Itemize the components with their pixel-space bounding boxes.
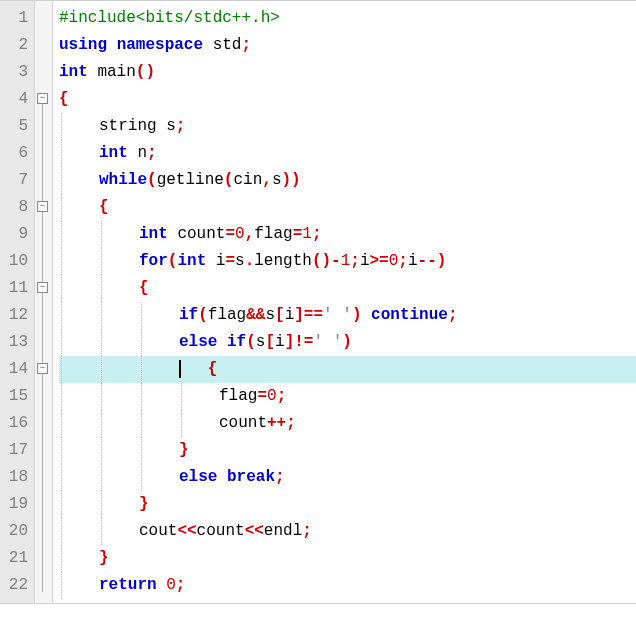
code-token: [ <box>265 333 275 351</box>
code-token: break <box>227 468 275 486</box>
code-token: ; <box>275 468 285 486</box>
code-token: 1 <box>341 252 351 270</box>
code-token: 0 <box>235 225 245 243</box>
line-number: 13 <box>4 329 28 356</box>
code-line[interactable]: { <box>59 356 636 383</box>
code-token: ( <box>168 252 178 270</box>
code-token: cin <box>233 171 262 189</box>
code-token: { <box>208 360 218 378</box>
code-token: count <box>168 225 226 243</box>
code-token: #include<bits/stdc++.h> <box>59 9 280 27</box>
code-line[interactable]: if(flag&&s[i]==' ') continue; <box>59 302 636 329</box>
fold-toggle-icon[interactable]: − <box>37 201 48 212</box>
code-line[interactable]: #include<bits/stdc++.h> <box>59 5 636 32</box>
line-number: 18 <box>4 464 28 491</box>
code-token: ; <box>448 306 458 324</box>
code-line[interactable]: else break; <box>59 464 636 491</box>
line-number: 12 <box>4 302 28 329</box>
code-token: std <box>203 36 241 54</box>
code-token: flag <box>254 225 292 243</box>
code-token: ]== <box>294 306 323 324</box>
code-token: && <box>246 306 265 324</box>
code-token: = <box>293 225 303 243</box>
code-token: ; <box>398 252 408 270</box>
code-token: int <box>59 63 88 81</box>
code-token: { <box>139 279 149 297</box>
code-token: i <box>285 306 295 324</box>
code-line[interactable]: string s; <box>59 113 636 140</box>
code-token: else <box>179 333 217 351</box>
code-token: n <box>128 144 147 162</box>
code-token: 0 <box>267 387 277 405</box>
code-token: if <box>179 306 198 324</box>
code-token: for <box>139 252 168 270</box>
code-token: while <box>99 171 147 189</box>
code-token: } <box>139 495 149 513</box>
code-token: if <box>227 333 246 351</box>
code-token: , <box>245 225 255 243</box>
code-token: ; <box>176 117 186 135</box>
code-line[interactable]: { <box>59 86 636 113</box>
code-line[interactable]: for(int i=s.length()-1;i>=0;i--) <box>59 248 636 275</box>
code-line[interactable]: count++; <box>59 410 636 437</box>
code-token: i <box>275 333 285 351</box>
code-line[interactable]: cout<<count<<endl; <box>59 518 636 545</box>
code-token: () <box>136 63 155 81</box>
code-area[interactable]: #include<bits/stdc++.h>using namespace s… <box>53 1 636 603</box>
code-token: } <box>99 549 109 567</box>
fold-toggle-icon[interactable]: − <box>37 363 48 374</box>
code-token: ; <box>277 387 287 405</box>
code-token: endl <box>264 522 302 540</box>
line-number: 1 <box>4 5 28 32</box>
code-line[interactable]: int n; <box>59 140 636 167</box>
code-token: { <box>99 198 109 216</box>
code-line[interactable]: { <box>59 194 636 221</box>
code-editor[interactable]: 12345678910111213141516171819202122 −−−−… <box>0 0 636 604</box>
code-token: i <box>206 252 225 270</box>
code-token: flag <box>219 387 257 405</box>
code-line[interactable]: flag=0; <box>59 383 636 410</box>
fold-toggle-icon[interactable]: − <box>37 93 48 104</box>
code-token: ++; <box>267 414 296 432</box>
code-token: ; <box>147 144 157 162</box>
code-line[interactable]: else if(s[i]!=' ') <box>59 329 636 356</box>
code-token: ; <box>312 225 322 243</box>
line-number: 11 <box>4 275 28 302</box>
code-line[interactable]: int main() <box>59 59 636 86</box>
line-number-gutter: 12345678910111213141516171819202122 <box>0 1 35 603</box>
code-token <box>217 333 227 351</box>
line-number: 6 <box>4 140 28 167</box>
code-token: cout <box>139 522 177 540</box>
line-number: 4 <box>4 86 28 113</box>
code-token: = <box>225 225 235 243</box>
code-token: << <box>177 522 196 540</box>
line-number: 10 <box>4 248 28 275</box>
code-line[interactable]: } <box>59 491 636 518</box>
line-number: 22 <box>4 572 28 599</box>
code-token: 0 <box>389 252 399 270</box>
code-token: 1 <box>302 225 312 243</box>
code-line[interactable]: } <box>59 545 636 572</box>
code-token: getline <box>157 171 224 189</box>
code-token: ; <box>241 36 251 54</box>
code-token: ; <box>302 522 312 540</box>
code-token <box>361 306 371 324</box>
line-number: 14 <box>4 356 28 383</box>
code-token: int <box>177 252 206 270</box>
code-line[interactable]: while(getline(cin,s)) <box>59 167 636 194</box>
code-token: main <box>88 63 136 81</box>
code-line[interactable]: return 0; <box>59 572 636 599</box>
code-token <box>157 576 167 594</box>
code-line[interactable]: { <box>59 275 636 302</box>
code-token <box>107 36 117 54</box>
code-token: int <box>99 144 128 162</box>
code-line[interactable]: int count=0,flag=1; <box>59 221 636 248</box>
code-token: , <box>262 171 272 189</box>
code-line[interactable]: using namespace std; <box>59 32 636 59</box>
code-line[interactable]: } <box>59 437 636 464</box>
code-token: s <box>235 252 245 270</box>
fold-toggle-icon[interactable]: − <box>37 282 48 293</box>
code-token: = <box>225 252 235 270</box>
code-token: ( <box>147 171 157 189</box>
code-token: continue <box>371 306 448 324</box>
